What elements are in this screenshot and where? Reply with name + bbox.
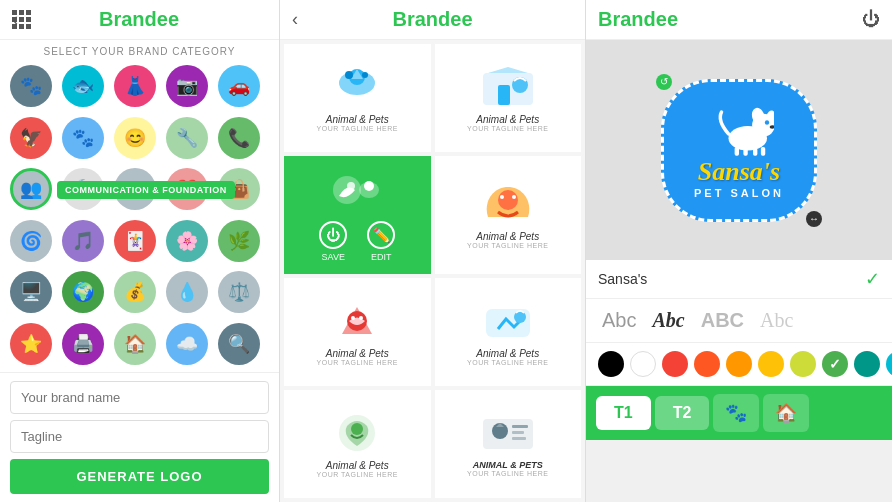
svg-rect-34	[735, 147, 739, 156]
color-red[interactable]	[662, 351, 688, 377]
logo-name-8: ANIMAL & PETS	[473, 460, 543, 470]
resize-handle[interactable]: ↔	[806, 211, 822, 227]
logo-preview-area: ↺	[586, 40, 892, 260]
icon-wind[interactable]: 🌀	[10, 220, 52, 262]
logo-grid: Animal & Pets YOUR TAGLINE HERE Animal &…	[280, 40, 585, 502]
color-teal[interactable]	[854, 351, 880, 377]
panel2-header: ‹ Brandee	[280, 0, 585, 40]
brand-name-field[interactable]	[598, 271, 857, 287]
icon-paw[interactable]: 🐾	[62, 117, 104, 159]
icon-phone[interactable]: 📞	[218, 117, 260, 159]
icon-bird[interactable]: 🦅	[10, 117, 52, 159]
icon-flower[interactable]: 🌸	[166, 220, 208, 262]
icon-monitor[interactable]: 🖥️	[10, 271, 52, 313]
font-option-script[interactable]: Abc	[648, 307, 688, 334]
logo-svg-7	[327, 411, 387, 456]
svg-point-10	[347, 182, 355, 190]
tagline-input[interactable]	[10, 420, 269, 453]
sansa-text: Sansa's	[698, 157, 780, 187]
save-icon: ⏻	[319, 221, 347, 249]
font-option-normal[interactable]: Abc	[598, 307, 640, 334]
edit-action[interactable]: ✏️ EDIT	[367, 221, 395, 262]
logo-tagline-7: YOUR TAGLINE HERE	[317, 471, 398, 478]
icon-cloud[interactable]: ☁️	[166, 323, 208, 365]
font-option-serif[interactable]: Abc	[756, 307, 797, 334]
icon-aqua[interactable]: 🐟	[62, 65, 104, 107]
font-option-bold[interactable]: ABC	[697, 307, 748, 334]
template-house-button[interactable]: 🏠	[763, 394, 809, 432]
color-cyan[interactable]	[886, 351, 892, 377]
logo-name-2: Animal & Pets	[476, 114, 539, 125]
logo-tagline-6: YOUR TAGLINE HERE	[467, 359, 548, 366]
color-row	[586, 343, 892, 386]
logo-preview-wrapper: ↺	[661, 79, 817, 222]
panel-brand-category: Brandee SELECT YOUR BRAND CATEGORY 🐾 🐟 👗…	[0, 0, 280, 502]
panel1-bottom: GENERATE LOGO	[0, 372, 279, 502]
brand-name-input[interactable]	[10, 381, 269, 414]
save-action[interactable]: ⏻ SAVE	[319, 221, 347, 262]
icon-search[interactable]: 🔍	[218, 323, 260, 365]
template-paw-button[interactable]: 🐾	[713, 394, 759, 432]
logo-svg-8	[478, 411, 538, 456]
svg-rect-25	[512, 425, 528, 428]
logo-cell-1[interactable]: Animal & Pets YOUR TAGLINE HERE	[284, 44, 431, 152]
icon-money[interactable]: 💰	[114, 271, 156, 313]
logo-cell-3[interactable]: ⏻ SAVE ✏️ EDIT	[284, 156, 431, 274]
back-arrow[interactable]: ‹	[292, 9, 298, 30]
back-arrow-p3[interactable]: ‹	[12, 9, 18, 30]
logo-cell-2[interactable]: Animal & Pets YOUR TAGLINE HERE	[435, 44, 582, 152]
icon-house[interactable]: 🏠	[114, 323, 156, 365]
color-lime[interactable]	[790, 351, 816, 377]
logo-tagline-2: YOUR TAGLINE HERE	[467, 125, 548, 132]
logo-tagline-5: YOUR TAGLINE HERE	[317, 359, 398, 366]
svg-rect-23	[483, 419, 533, 449]
svg-rect-27	[512, 437, 526, 440]
color-black[interactable]	[598, 351, 624, 377]
template-t2-button[interactable]: T2	[655, 396, 710, 430]
icon-music[interactable]: 🎵	[62, 220, 104, 262]
edit-icon: ✏️	[367, 221, 395, 249]
icon-globe[interactable]: 🌍	[62, 271, 104, 313]
logo-cell-5[interactable]: Animal & Pets YOUR TAGLINE HERE	[284, 278, 431, 386]
color-amber[interactable]	[758, 351, 784, 377]
icon-star[interactable]: ⭐	[10, 323, 52, 365]
icon-drop[interactable]: 💧	[166, 271, 208, 313]
svg-rect-35	[743, 148, 747, 155]
power-icon[interactable]: ⏻	[862, 9, 880, 30]
icon-camera[interactable]: 📷	[166, 65, 208, 107]
icon-poker[interactable]: 🃏	[114, 220, 156, 262]
logo-name-1: Animal & Pets	[326, 114, 389, 125]
brand-logo-p3: Brandee	[598, 8, 678, 31]
icon-car[interactable]: 🚗	[218, 65, 260, 107]
logo-cell-7[interactable]: Animal & Pets YOUR TAGLINE HERE	[284, 390, 431, 498]
color-orange[interactable]	[726, 351, 752, 377]
color-white[interactable]	[630, 351, 656, 377]
logo-svg-1	[327, 65, 387, 110]
icon-fashion[interactable]: 👗	[114, 65, 156, 107]
icon-leaf[interactable]: 🌿	[218, 220, 260, 262]
template-t1-button[interactable]: T1	[596, 396, 651, 430]
svg-rect-7	[498, 85, 510, 105]
panel-logo-editor: ‹ Brandee ⏻ ↺	[586, 0, 892, 502]
icon-face[interactable]: 😊	[114, 117, 156, 159]
cell-actions: ⏻ SAVE ✏️ EDIT	[319, 221, 395, 262]
color-green[interactable]	[822, 351, 848, 377]
icon-print[interactable]: 🖨️	[62, 323, 104, 365]
color-deep-orange[interactable]	[694, 351, 720, 377]
icon-balance[interactable]: ⚖️	[218, 271, 260, 313]
confirm-icon[interactable]: ✓	[865, 268, 880, 290]
svg-rect-26	[512, 431, 524, 434]
svg-point-14	[500, 195, 504, 199]
icons-grid: 🐾 🐟 👗 📷 🚗 🦅 🐾 😊 🔧 📞 👥 COMMUNICATION & FO…	[0, 61, 279, 372]
template-row: T1 T2 🐾 🏠	[586, 386, 892, 440]
rotate-handle[interactable]: ↺	[656, 74, 672, 90]
icon-tools[interactable]: 🔧	[166, 117, 208, 159]
logo-cell-6[interactable]: Animal & Pets YOUR TAGLINE HERE	[435, 278, 582, 386]
logo-tagline-8: YOUR TAGLINE HERE	[467, 470, 548, 477]
icon-comm[interactable]: 👥 COMMUNICATION & FOUNDATION	[10, 168, 52, 210]
icon-animal[interactable]: 🐾	[10, 65, 52, 107]
generate-logo-button[interactable]: GENERATE LOGO	[10, 459, 269, 494]
brand-name-row: ✓	[586, 260, 892, 299]
logo-cell-4[interactable]: Animal & Pets YOUR TAGLINE HERE	[435, 156, 582, 274]
logo-cell-8[interactable]: ANIMAL & PETS YOUR TAGLINE HERE	[435, 390, 582, 498]
